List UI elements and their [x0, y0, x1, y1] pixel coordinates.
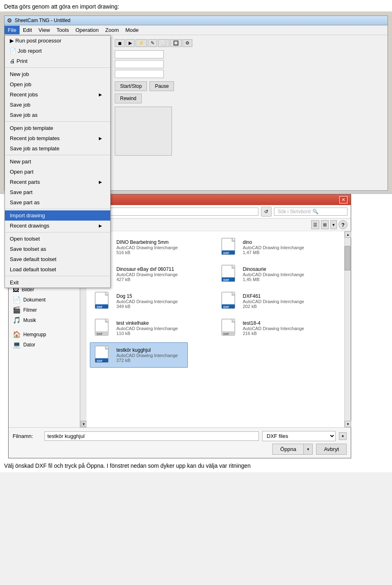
scroll-down-button[interactable]: ▼: [345, 421, 351, 427]
menu-open-job-template[interactable]: Open job template: [5, 123, 110, 133]
view-details-button[interactable]: ⊞: [321, 220, 329, 229]
menu-tools[interactable]: Tools: [53, 26, 72, 34]
sidebar-item-documents[interactable]: 📄 Dokument: [10, 295, 78, 305]
pause-button[interactable]: Pause: [149, 81, 174, 91]
svg-text:DXF: DXF: [223, 333, 229, 335]
toolbar-btn-3[interactable]: ⚡: [136, 39, 147, 47]
menu-open-job[interactable]: Open job: [5, 79, 110, 89]
search-icon[interactable]: 🔍: [312, 209, 318, 214]
rewind-button[interactable]: Rewind: [115, 94, 142, 103]
open-button[interactable]: Öppna: [272, 444, 303, 455]
menu-save-part[interactable]: Save part: [5, 187, 110, 197]
menu-recent-jobs[interactable]: Recent jobs▶: [5, 89, 110, 100]
file-size: 427 kB: [116, 277, 178, 282]
menu-mode[interactable]: Mode: [122, 26, 142, 34]
file-item[interactable]: DXF test18-4 AutoCAD Drawing Interchange…: [216, 315, 341, 341]
sidebar-item-homegroup[interactable]: 🏠 Hemgrupp: [10, 329, 78, 339]
svg-text:DXF: DXF: [97, 359, 103, 362]
sidebar-item-music[interactable]: 🎵 Musik: [10, 315, 78, 325]
file-info: test18-4 AutoCAD Drawing Interchange 216…: [243, 320, 304, 336]
scroll-thumb[interactable]: [345, 246, 350, 270]
sidebar-item-computer[interactable]: 💻 Dator: [10, 339, 78, 350]
toolbar-btn-4[interactable]: ✎: [148, 39, 157, 47]
start-stop-button[interactable]: Start/Stop: [115, 81, 147, 91]
menu-job-report[interactable]: 📄 Job report: [5, 46, 110, 56]
file-item[interactable]: DXF Dog 15 AutoCAD Drawing Interchange 3…: [90, 288, 215, 314]
file-name: DXF461: [243, 293, 304, 299]
sheetcam-input-2[interactable]: [115, 60, 164, 68]
file-size: 202 kB: [243, 304, 304, 309]
menu-save-job-as-template[interactable]: Save job as template: [5, 143, 110, 154]
menu-import-drawing[interactable]: Import drawing: [5, 210, 110, 221]
file-item[interactable]: DXF DXF461 AutoCAD Drawing Interchange 2…: [216, 288, 341, 314]
separator-2: [5, 121, 110, 122]
toolbar-btn-2[interactable]: ▶: [126, 39, 135, 47]
file-item[interactable]: DXF dino AutoCAD Drawing Interchange 1,4…: [216, 234, 341, 260]
search-placeholder: Sök i Skrivbord: [278, 209, 311, 214]
toolbar-btn-1[interactable]: ⏹: [115, 39, 125, 47]
scroll-up-button[interactable]: ▲: [345, 231, 351, 238]
sheetcam-input-3[interactable]: [115, 70, 164, 78]
file-info: Dinosaur eBay dxf 060711 AutoCAD Drawing…: [116, 266, 178, 282]
cancel-button[interactable]: Avbryt: [316, 444, 347, 455]
sidebar-scroll-down[interactable]: ▼: [80, 421, 87, 427]
menu-save-part-as[interactable]: Save part as: [5, 197, 110, 208]
refresh-button[interactable]: ↺: [261, 207, 272, 217]
file-item-selected[interactable]: DXF testkör kugghjul AutoCAD Drawing Int…: [90, 342, 188, 368]
menu-zoom[interactable]: Zoom: [102, 26, 122, 34]
menu-new-job[interactable]: New job: [5, 69, 110, 79]
toolbar-btn-5[interactable]: ⬜: [158, 39, 169, 47]
file-name: test18-4: [243, 320, 304, 326]
file-size: 349 kB: [116, 304, 178, 309]
file-item[interactable]: DXF test vinkelhake AutoCAD Drawing Inte…: [90, 315, 215, 341]
separator-1: [5, 67, 110, 68]
file-info: DXF461 AutoCAD Drawing Interchange 202 k…: [243, 293, 304, 309]
toolbar-btn-7[interactable]: ⚙: [183, 39, 192, 47]
filetype-dropdown-button[interactable]: ▾: [339, 432, 347, 440]
file-menu-dropdown: ▶ Run post processor 📄 Job report 🖨 Prin…: [4, 35, 111, 288]
filetype-select[interactable]: DXF files: [262, 431, 336, 441]
sheetcam-input-1[interactable]: [115, 50, 164, 58]
menu-print[interactable]: 🖨 Print: [5, 56, 110, 66]
menu-recent-parts[interactable]: Recent parts▶: [5, 177, 110, 187]
menu-save-toolset-as[interactable]: Save toolset as: [5, 244, 110, 254]
open-arrow-button[interactable]: ▾: [303, 444, 313, 455]
menu-exit[interactable]: Exit: [5, 277, 110, 288]
file-size: 516 kB: [116, 250, 178, 255]
sheetcam-right-panel: ⏹ ▶ ⚡ ✎ ⬜ 🔲 ⚙: [111, 35, 388, 190]
file-list-scrollbar[interactable]: ▲ ▼: [344, 231, 351, 427]
file-item[interactable]: DXF Dinosaurie AutoCAD Drawing Interchan…: [216, 261, 341, 287]
menu-open-part[interactable]: Open part: [5, 167, 110, 177]
menu-recent-job-templates[interactable]: Recent job templates▶: [5, 133, 110, 143]
svg-text:DXF: DXF: [223, 279, 229, 281]
menu-save-job-as[interactable]: Save job as: [5, 110, 110, 120]
sheetcam-control-buttons: Start/Stop Pause: [115, 81, 383, 91]
help-button[interactable]: ?: [339, 220, 347, 229]
filename-row: Filnamn: DXF files ▾: [13, 431, 347, 441]
menu-file[interactable]: File: [4, 26, 20, 34]
filename-input[interactable]: [45, 431, 259, 441]
sidebar-item-movies[interactable]: 🎬 Filmer: [10, 305, 78, 315]
sheetcam-icon: ⚙: [7, 17, 12, 24]
menu-recent-drawings[interactable]: Recent drawings▶: [5, 221, 110, 231]
selected-file-size: 272 kB: [116, 358, 178, 363]
music-icon: 🎵: [13, 316, 21, 324]
menu-view[interactable]: View: [35, 26, 53, 34]
menu-save-default-toolset[interactable]: Save default toolset: [5, 254, 110, 264]
menu-run-post-processor[interactable]: ▶ Run post processor: [5, 36, 110, 46]
menu-save-job[interactable]: Save job: [5, 100, 110, 110]
toolbar-btn-6[interactable]: 🔲: [170, 39, 182, 47]
svg-text:DXF: DXF: [223, 306, 229, 308]
bottom-text: Välj önskad DXF fil och tryck på Öppna. …: [0, 460, 392, 472]
dxf-file-icon: DXF: [220, 318, 240, 338]
menu-edit[interactable]: Edit: [20, 26, 35, 34]
menu-operation[interactable]: Operation: [72, 26, 102, 34]
dxf-file-icon: DXF: [94, 345, 113, 365]
menu-open-toolset[interactable]: Open toolset: [5, 234, 110, 244]
file-dialog-close-button[interactable]: ✕: [339, 196, 347, 203]
view-down-button[interactable]: ▾: [330, 220, 337, 229]
filename-label: Filnamn:: [13, 433, 41, 439]
menu-load-default-toolset[interactable]: Load default toolset: [5, 264, 110, 275]
menu-new-part[interactable]: New part: [5, 156, 110, 167]
view-list-button[interactable]: ☰: [311, 220, 319, 229]
